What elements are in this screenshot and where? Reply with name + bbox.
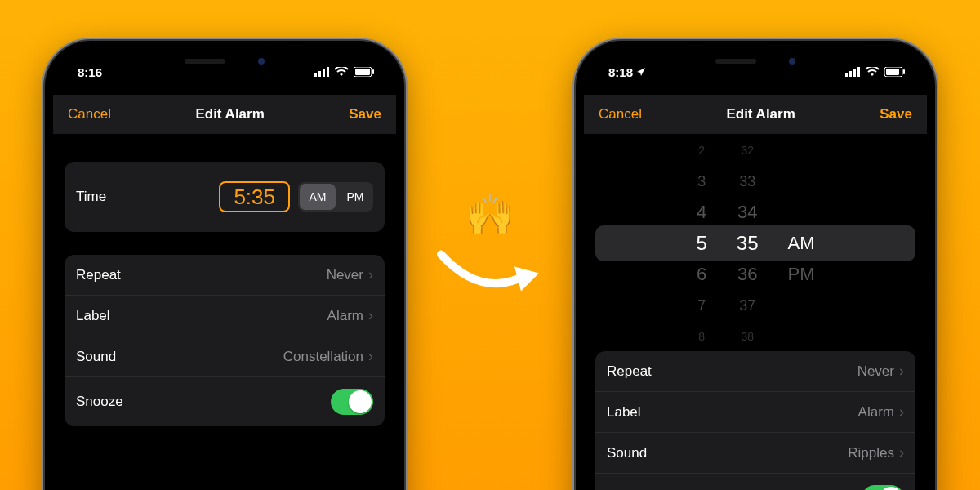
notch bbox=[674, 49, 837, 74]
chevron-right-icon: › bbox=[899, 363, 904, 380]
svg-rect-12 bbox=[886, 69, 899, 75]
arrow-icon bbox=[433, 243, 547, 300]
time-field[interactable]: 5:35 bbox=[219, 181, 290, 212]
phone-right: 8:18 Cancel Edit Alarm Save bbox=[576, 41, 935, 490]
cellular-icon bbox=[845, 65, 860, 79]
chevron-right-icon: › bbox=[368, 307, 373, 324]
svg-rect-9 bbox=[853, 69, 856, 77]
snooze-row: Snooze bbox=[65, 377, 385, 426]
chevron-right-icon: › bbox=[368, 266, 373, 283]
ampm-wheel[interactable]: . . . AM PM . . bbox=[788, 138, 815, 349]
snooze-row: Snooze bbox=[595, 474, 915, 490]
svg-rect-7 bbox=[845, 74, 848, 77]
pm-segment[interactable]: PM bbox=[337, 182, 373, 212]
svg-rect-3 bbox=[327, 67, 329, 77]
phone-left: 8:16 Cancel Edit Alarm Save bbox=[45, 41, 404, 490]
svg-rect-0 bbox=[314, 74, 317, 77]
time-label: Time bbox=[76, 189, 106, 205]
svg-rect-5 bbox=[355, 69, 370, 75]
repeat-row[interactable]: Repeat Never› bbox=[595, 351, 915, 392]
chevron-right-icon: › bbox=[899, 403, 904, 421]
cancel-button[interactable]: Cancel bbox=[68, 106, 111, 122]
svg-rect-10 bbox=[858, 67, 860, 77]
snooze-switch[interactable] bbox=[331, 389, 373, 415]
label-row[interactable]: Label Alarm› bbox=[595, 392, 915, 433]
hour-wheel[interactable]: 2 3 4 5 6 7 8 bbox=[696, 138, 706, 349]
cellular-icon bbox=[314, 65, 329, 79]
battery-icon bbox=[354, 65, 375, 79]
wifi-icon bbox=[865, 65, 880, 79]
am-segment[interactable]: AM bbox=[300, 184, 336, 210]
raised-hands-emoji: 🙌 bbox=[433, 191, 547, 238]
nav-title: Edit Alarm bbox=[195, 106, 264, 122]
nav-title: Edit Alarm bbox=[726, 106, 795, 122]
time-row: Time 5:35 AM PM bbox=[65, 162, 385, 232]
save-button[interactable]: Save bbox=[349, 106, 381, 122]
minute-wheel[interactable]: 32 33 34 35 36 37 38 bbox=[737, 138, 759, 349]
svg-rect-13 bbox=[903, 69, 905, 74]
location-icon bbox=[636, 65, 646, 79]
svg-rect-8 bbox=[849, 71, 852, 77]
save-button[interactable]: Save bbox=[880, 106, 912, 122]
status-clock: 8:18 bbox=[608, 65, 633, 79]
status-clock: 8:16 bbox=[78, 65, 102, 79]
label-row[interactable]: Label Alarm› bbox=[65, 296, 385, 336]
wifi-icon bbox=[334, 65, 349, 79]
svg-rect-6 bbox=[372, 69, 374, 74]
chevron-right-icon: › bbox=[899, 444, 904, 461]
chevron-right-icon: › bbox=[368, 348, 373, 365]
ampm-toggle[interactable]: AM PM bbox=[298, 182, 373, 212]
center-graphic: 🙌 bbox=[433, 191, 547, 300]
screen-left: 8:16 Cancel Edit Alarm Save bbox=[53, 49, 396, 490]
svg-rect-1 bbox=[318, 71, 321, 77]
nav-bar: Cancel Edit Alarm Save bbox=[53, 95, 396, 134]
screen-right: 8:18 Cancel Edit Alarm Save bbox=[584, 49, 927, 490]
battery-icon bbox=[884, 65, 906, 79]
snooze-switch[interactable] bbox=[862, 485, 904, 490]
sound-row[interactable]: Sound Constellation› bbox=[65, 336, 385, 377]
nav-bar: Cancel Edit Alarm Save bbox=[584, 95, 927, 134]
repeat-row[interactable]: Repeat Never› bbox=[65, 255, 385, 296]
time-picker-wheel[interactable]: 2 3 4 5 6 7 8 32 33 34 35 36 37 bbox=[595, 154, 915, 333]
cancel-button[interactable]: Cancel bbox=[599, 106, 642, 122]
svg-rect-2 bbox=[323, 69, 325, 77]
sound-row[interactable]: Sound Ripples› bbox=[595, 433, 915, 474]
notch bbox=[143, 49, 306, 74]
